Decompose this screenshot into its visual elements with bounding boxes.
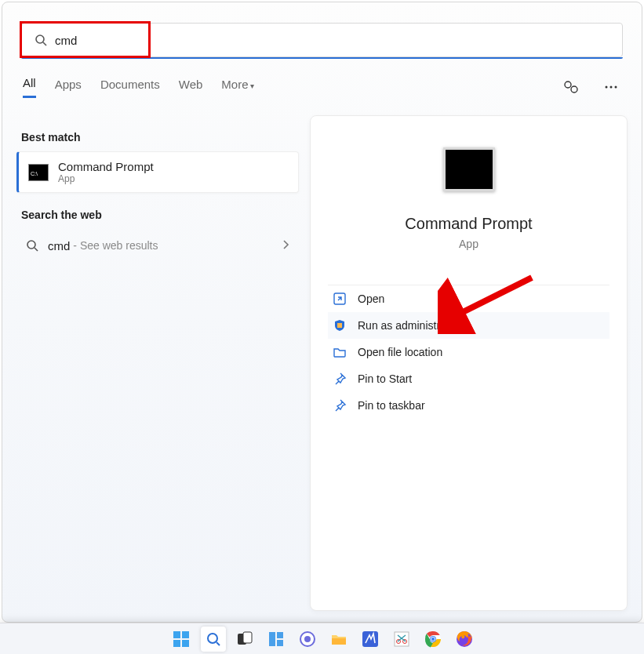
svg-rect-22: [277, 640, 283, 646]
svg-point-16: [208, 634, 217, 643]
search-input[interactable]: [55, 34, 609, 47]
svg-rect-27: [395, 632, 409, 646]
svg-line-17: [216, 642, 220, 645]
svg-line-1: [43, 42, 46, 45]
svg-point-6: [615, 86, 617, 89]
tab-apps[interactable]: Apps: [55, 78, 82, 97]
actions-list: Open Run as administrator Open file loca…: [328, 285, 609, 419]
svg-rect-26: [362, 631, 378, 647]
action-label: Pin to Start: [358, 372, 412, 385]
taskbar-app-blue[interactable]: [358, 627, 383, 652]
action-pin-to-taskbar[interactable]: Pin to taskbar: [328, 392, 609, 419]
taskbar-search[interactable]: [201, 627, 226, 652]
svg-rect-21: [277, 632, 283, 638]
action-open[interactable]: Open: [328, 285, 609, 312]
search-icon: [35, 34, 47, 46]
taskbar-chat[interactable]: [295, 627, 320, 652]
svg-point-7: [27, 241, 35, 249]
taskbar: [0, 623, 644, 654]
search-web-heading: Search the web: [21, 209, 294, 221]
pin-icon: [333, 372, 347, 386]
action-pin-to-start[interactable]: Pin to Start: [328, 365, 609, 392]
more-options-icon[interactable]: [601, 77, 621, 97]
results-column: Best match Command Prompt App Search the…: [16, 115, 299, 611]
svg-point-24: [304, 636, 311, 642]
svg-point-33: [431, 637, 434, 640]
chevron-right-icon: [282, 238, 289, 253]
svg-point-5: [610, 86, 613, 89]
preview-panel: Command Prompt App Open Run as administr…: [310, 115, 628, 611]
tab-all[interactable]: All: [23, 76, 36, 98]
best-match-result[interactable]: Command Prompt App: [16, 151, 299, 193]
quick-search-icon[interactable]: [560, 77, 582, 97]
action-label: Open file location: [358, 346, 442, 358]
web-hint: - See web results: [73, 239, 158, 252]
result-title: Command Prompt: [58, 160, 154, 173]
action-open-file-location[interactable]: Open file location: [328, 339, 609, 365]
search-icon: [26, 239, 38, 252]
start-button[interactable]: [168, 627, 195, 652]
best-match-heading: Best match: [21, 131, 294, 144]
svg-point-0: [36, 35, 44, 43]
svg-line-8: [35, 248, 38, 251]
preview-subtitle: App: [459, 238, 478, 250]
command-prompt-icon: [443, 147, 495, 191]
shield-icon: [333, 318, 347, 332]
taskbar-snipping-tool[interactable]: [389, 627, 414, 652]
preview-title: Command Prompt: [405, 215, 532, 233]
svg-point-3: [571, 86, 577, 93]
svg-rect-13: [182, 631, 189, 638]
open-icon: [333, 292, 347, 306]
taskbar-chrome[interactable]: [420, 627, 446, 652]
tab-documents[interactable]: Documents: [100, 78, 160, 97]
command-prompt-icon: [28, 164, 49, 181]
web-search-result[interactable]: cmd - See web results: [16, 229, 299, 262]
pin-icon: [333, 398, 347, 412]
svg-rect-25: [332, 638, 346, 645]
svg-rect-12: [173, 631, 180, 638]
taskbar-task-view[interactable]: [232, 627, 257, 652]
action-label: Pin to taskbar: [358, 399, 425, 412]
action-label: Open: [358, 292, 384, 305]
svg-point-2: [565, 82, 571, 88]
filter-tabs: All Apps Documents Web More: [2, 59, 642, 98]
taskbar-file-explorer[interactable]: [326, 627, 351, 652]
result-subtitle: App: [58, 173, 154, 184]
svg-rect-15: [182, 640, 189, 647]
web-query: cmd: [48, 239, 70, 253]
taskbar-widgets[interactable]: [264, 627, 289, 652]
svg-point-4: [606, 86, 608, 89]
svg-rect-10: [337, 323, 342, 328]
search-box[interactable]: [21, 23, 623, 57]
folder-icon: [333, 345, 347, 359]
action-label: Run as administrator: [358, 319, 459, 332]
tab-more[interactable]: More: [221, 78, 254, 97]
svg-rect-20: [269, 632, 275, 646]
tab-web[interactable]: Web: [179, 78, 203, 97]
taskbar-firefox[interactable]: [452, 627, 477, 652]
search-window: All Apps Documents Web More Best match C…: [2, 2, 642, 623]
svg-rect-14: [173, 640, 180, 647]
action-run-as-administrator[interactable]: Run as administrator: [328, 312, 609, 339]
svg-rect-19: [243, 632, 252, 643]
